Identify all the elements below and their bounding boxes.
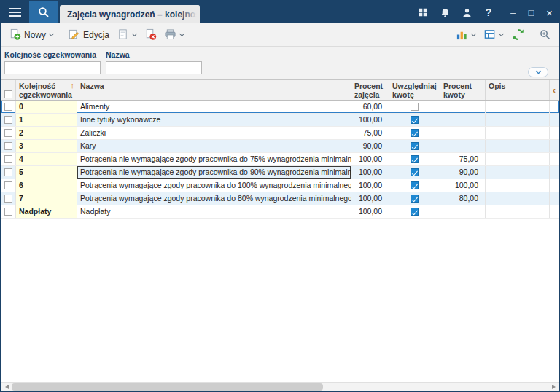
cell-uwzgledniaj[interactable] xyxy=(389,101,440,113)
cell-nazwa[interactable]: Alimenty xyxy=(77,101,351,113)
view-settings-button[interactable] xyxy=(480,27,508,42)
row-select-checkbox[interactable] xyxy=(4,129,12,137)
column-header-procent-kwoty[interactable]: Procent kwoty wolnej xyxy=(440,80,486,100)
analyses-button[interactable] xyxy=(452,27,480,42)
cell-kolejnosc-egzekwowania[interactable]: 0 xyxy=(16,101,77,113)
row-select-cell[interactable] xyxy=(1,140,16,152)
cell-opis[interactable] xyxy=(486,166,550,179)
cell-procent-kwoty-wolnej[interactable] xyxy=(440,127,486,139)
scrollbar-track[interactable] xyxy=(12,383,548,391)
cell-procent-kwoty-wolnej[interactable] xyxy=(440,114,486,126)
cell-procent-kwoty-wolnej[interactable]: 80,00 xyxy=(440,192,486,205)
cell-procent-kwoty-wolnej[interactable] xyxy=(440,101,486,113)
cell-uwzgledniaj[interactable] xyxy=(389,140,440,152)
row-select-cell[interactable] xyxy=(1,205,16,218)
notifications-button[interactable] xyxy=(434,1,456,23)
uwzgledniaj-checkbox[interactable] xyxy=(411,142,419,150)
cell-kolejnosc-egzekwowania[interactable]: 4 xyxy=(16,153,77,165)
table-row[interactable]: 7 Potrącenia wymagające zgody pracownika… xyxy=(1,192,559,205)
scrollbar-thumb[interactable] xyxy=(12,383,323,391)
cell-uwzgledniaj[interactable] xyxy=(389,192,440,205)
uwzgledniaj-checkbox[interactable] xyxy=(411,195,419,203)
cell-procent-zajecia[interactable]: 100,00 xyxy=(351,153,389,165)
cell-uwzgledniaj[interactable] xyxy=(389,166,440,179)
table-row[interactable]: 3 Kary 90,00 xyxy=(1,140,559,153)
tab-active[interactable]: Zajęcia wynagrodzeń – kolejność xyxy=(60,5,200,23)
column-header-kolejnosc[interactable]: Kolejność egzekwowania ↑ xyxy=(16,80,77,100)
cell-procent-kwoty-wolnej[interactable]: 75,00 xyxy=(440,153,486,165)
edit-button[interactable]: Edycja xyxy=(64,27,113,42)
cell-nazwa[interactable]: Potrącenia wymagające zgody pracownika d… xyxy=(77,179,351,192)
cell-nazwa[interactable]: Nadpłaty xyxy=(77,205,351,218)
cell-kolejnosc-egzekwowania[interactable]: 5 xyxy=(16,166,77,179)
cell-opis[interactable] xyxy=(486,205,550,218)
row-select-cell[interactable] xyxy=(1,166,16,179)
uwzgledniaj-checkbox[interactable] xyxy=(411,129,419,137)
cell-opis[interactable] xyxy=(486,192,550,205)
row-select-checkbox[interactable] xyxy=(4,155,12,163)
close-button[interactable]: × xyxy=(540,1,559,23)
table-row[interactable]: 1 Inne tytuły wykonawcze 100,00 xyxy=(1,114,559,127)
cell-uwzgledniaj[interactable] xyxy=(389,205,440,218)
cell-kolejnosc-egzekwowania[interactable]: 1 xyxy=(16,114,77,126)
table-row[interactable]: 2 Zaliczki 75,00 xyxy=(1,127,559,140)
uwzgledniaj-checkbox[interactable] xyxy=(411,155,419,163)
cell-uwzgledniaj[interactable] xyxy=(389,153,440,165)
row-select-cell[interactable] xyxy=(1,101,16,113)
row-select-cell[interactable] xyxy=(1,114,16,126)
cell-opis[interactable] xyxy=(486,179,550,192)
cell-opis[interactable] xyxy=(486,114,550,126)
cell-procent-zajecia[interactable]: 100,00 xyxy=(351,166,389,179)
table-row[interactable]: Nadpłaty Nadpłaty 100,00 xyxy=(1,205,559,219)
cell-nazwa[interactable]: Inne tytuły wykonawcze xyxy=(77,114,351,126)
cell-procent-zajecia[interactable]: 100,00 xyxy=(351,114,389,126)
new-button[interactable]: Nowy xyxy=(5,27,58,42)
cell-opis[interactable] xyxy=(486,127,550,139)
uwzgledniaj-checkbox[interactable] xyxy=(411,103,419,111)
global-search-button[interactable] xyxy=(29,1,58,23)
collapse-columns-button[interactable]: ‹ xyxy=(550,80,559,100)
table-row[interactable]: 4 Potrącenia nie wymagające zgody pracow… xyxy=(1,153,559,166)
cell-procent-zajecia[interactable]: 100,00 xyxy=(351,205,389,218)
cell-procent-kwoty-wolnej[interactable] xyxy=(440,140,486,152)
uwzgledniaj-checkbox[interactable] xyxy=(411,181,419,189)
cell-procent-kwoty-wolnej[interactable]: 90,00 xyxy=(440,166,486,179)
cell-uwzgledniaj[interactable] xyxy=(389,114,440,126)
cell-kolejnosc-egzekwowania[interactable]: 3 xyxy=(16,140,77,152)
cell-procent-zajecia[interactable]: 75,00 xyxy=(351,127,389,139)
cell-nazwa[interactable]: Potrącenia nie wymagające zgody pracowni… xyxy=(77,153,351,165)
column-header-opis[interactable]: Opis xyxy=(486,80,550,100)
row-select-checkbox[interactable] xyxy=(4,195,12,203)
filter-input-nazwa[interactable] xyxy=(106,61,202,74)
column-header-procent-zajecia[interactable]: Procent zajęcia xyxy=(351,80,389,100)
uwzgledniaj-checkbox[interactable] xyxy=(411,208,419,216)
cell-uwzgledniaj[interactable] xyxy=(389,179,440,192)
cell-kolejnosc-egzekwowania[interactable]: 6 xyxy=(16,179,77,192)
uwzgledniaj-checkbox[interactable] xyxy=(411,168,419,176)
cell-nazwa[interactable]: Zaliczki xyxy=(77,127,351,139)
table-row[interactable]: 0 Alimenty 60,00 xyxy=(1,101,559,114)
row-select-cell[interactable] xyxy=(1,192,16,205)
minimize-button[interactable]: – xyxy=(504,1,522,23)
refresh-button[interactable] xyxy=(508,26,529,43)
cell-procent-zajecia[interactable]: 100,00 xyxy=(351,192,389,205)
row-select-checkbox[interactable] xyxy=(4,116,12,124)
row-select-checkbox[interactable] xyxy=(4,103,12,111)
row-select-checkbox[interactable] xyxy=(4,181,12,189)
cell-kolejnosc-egzekwowania[interactable]: 7 xyxy=(16,192,77,205)
row-select-checkbox[interactable] xyxy=(4,208,12,216)
filter-collapse-button[interactable] xyxy=(528,67,548,77)
row-select-cell[interactable] xyxy=(1,127,16,139)
cell-opis[interactable] xyxy=(486,101,550,113)
column-header-uwzgledniaj[interactable]: Uwzględniaj kwotę wolną xyxy=(389,80,440,100)
cell-nazwa[interactable]: Kary xyxy=(77,140,351,152)
cell-kolejnosc-egzekwowania[interactable]: Nadpłaty xyxy=(16,205,77,218)
cell-nazwa[interactable]: Potrącenia nie wymagające zgody pracowni… xyxy=(77,166,351,179)
user-button[interactable] xyxy=(456,1,478,23)
cell-kolejnosc-egzekwowania[interactable]: 2 xyxy=(16,127,77,139)
row-select-cell[interactable] xyxy=(1,153,16,165)
cell-procent-kwoty-wolnej[interactable]: 100,00 xyxy=(440,179,486,192)
document-actions-button[interactable] xyxy=(113,27,141,42)
print-button[interactable] xyxy=(160,27,188,42)
cell-opis[interactable] xyxy=(486,140,550,152)
